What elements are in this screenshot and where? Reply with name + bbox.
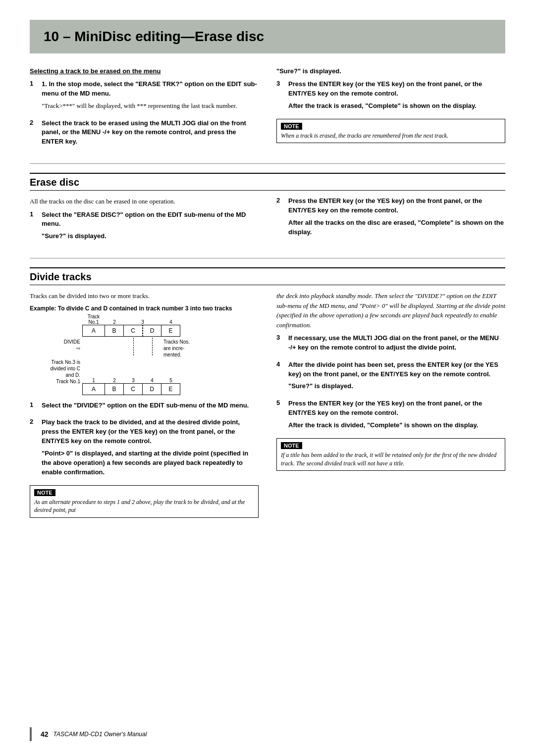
divide-step-num-1: 1 [30, 401, 38, 408]
divide-label-text: DIVIDE⇨ [64, 339, 80, 351]
diagram-top-headers: Track No.1 2 3 4 [30, 314, 259, 325]
erase-disc-title: Erase disc [30, 177, 505, 188]
col-right-select: "Sure?" is displayed. 3 Press the ENTER … [276, 67, 505, 154]
divider-2 [30, 258, 505, 258]
step-num-3: 3 [276, 80, 284, 87]
divide-step-5: 5 Press the ENTER key (or the YES key) o… [276, 399, 505, 433]
sure-displayed-1: "Sure?" is displayed. [276, 67, 505, 75]
step-1-content: 1. In the stop mode, select the "ERASE T… [42, 80, 259, 114]
cell-A1: A [82, 325, 105, 337]
divide-right-intro: the deck into playback standby mode. The… [276, 291, 505, 330]
step-2-select: 2 Select the track to be erased using th… [30, 119, 259, 150]
erase-step-1-content: Select the "ERASE DISC?" option on the E… [42, 210, 259, 245]
divide-tracks-section: Tracks can be divided into two or more t… [30, 291, 505, 523]
erase-step-num-2: 2 [276, 197, 284, 204]
ann-d [143, 338, 161, 355]
erase-step-2-normal: After all the tracks on the disc are era… [288, 218, 505, 237]
note-text-divide-1: As an alternate procedure to steps 1 and… [34, 498, 254, 515]
divide-step-num-3: 3 [276, 334, 284, 341]
step-1-normal: "Track>***" will be displayed, with *** … [42, 101, 259, 111]
note-label-divide-2: NOTE [281, 442, 302, 449]
erase-step-1: 1 Select the "ERASE DISC?" option on the… [30, 210, 259, 245]
divide-title: Divide tracks [30, 271, 505, 283]
erase-disc-section: All the tracks on the disc can be erased… [30, 197, 505, 249]
divide-step-5-bold: Press the ENTER key (or the YES key) on … [288, 399, 505, 418]
cell-D2: D [143, 383, 161, 395]
note-text-divide-2: If a title has been added to the track, … [281, 451, 501, 468]
divide-step-5-normal: After the track is divided, "Complete" i… [288, 421, 505, 430]
page: 10 – MiniDisc editing—Erase disc Selecti… [0, 0, 535, 756]
cell-D1: D [143, 325, 161, 337]
th-3: 3 [124, 319, 161, 325]
step-1-select: 1 1. In the stop mode, select the "ERASE… [30, 80, 259, 114]
bth-4: 4 [143, 378, 161, 383]
divide-step-5-content: Press the ENTER key (or the YES key) on … [288, 399, 505, 433]
erase-body: All the tracks on the disc can be erased… [30, 197, 259, 206]
diagram-annotation-row: DIVIDE⇨ Tracks Nos.are incre-mented. [30, 338, 259, 358]
bth-5: 5 [161, 378, 180, 383]
divide-step-4: 4 After the divide point has been set, p… [276, 360, 505, 395]
bth-3: 3 [124, 378, 143, 383]
th-no1: Track No.1 [82, 314, 105, 325]
divide-diagram: Example: To divide C and D contained in … [30, 305, 259, 395]
dashed-line-c [133, 338, 134, 355]
diagram-title-text: Example: To divide C and D contained in … [30, 305, 232, 312]
divide-step-3: 3 If necessary, use the MULTI JOG dial o… [276, 334, 505, 355]
divide-step-1: 1 Select the "DIVIDE?" option on the EDI… [30, 401, 259, 413]
tracks-nos-label: Tracks Nos.are incre-mented. [161, 338, 191, 358]
erase-col-left: All the tracks on the disc can be erased… [30, 197, 259, 249]
divide-col-right: the deck into playback standby mode. The… [276, 291, 505, 523]
divide-step-4-bold: After the divide point has been set, pre… [288, 360, 505, 379]
step-3-select: 3 Press the ENTER key (or the YES key) o… [276, 80, 505, 114]
erase-step-2: 2 Press the ENTER key (or the YES key) o… [276, 197, 505, 240]
divide-title-bar: Divide tracks [30, 267, 505, 285]
step-num-2: 2 [30, 119, 38, 126]
select-track-heading: Selecting a track to be erased on the me… [30, 67, 259, 75]
divide-step-1-bold: Select the "DIVIDE?" option on the EDIT … [42, 401, 259, 410]
note-box-1: NOTE When a track is erased, the tracks … [276, 119, 505, 144]
erase-col-right: 2 Press the ENTER key (or the YES key) o… [276, 197, 505, 249]
bth-2: 2 [105, 378, 124, 383]
divide-body: Tracks can be divided into two or more t… [30, 291, 259, 301]
col-left-select: Selecting a track to be erased on the me… [30, 67, 259, 154]
footer-manual-text: TASCAM MD-CD1 Owner's Manual [54, 731, 147, 738]
divide-step-num-4: 4 [276, 360, 284, 368]
divide-step-1-content: Select the "DIVIDE?" option on the EDIT … [42, 401, 259, 413]
erase-step-2-content: Press the ENTER key (or the YES key) on … [288, 197, 505, 240]
step-2-bold: Select the track to be erased using the … [42, 119, 259, 147]
cell-A2: A [82, 383, 105, 395]
cell-E1: E [161, 325, 180, 337]
chapter-title: 10 – MiniDisc editing—Erase disc [44, 29, 264, 44]
note-label-divide-1: NOTE [34, 489, 55, 496]
side-label-divide: Track No.3 isdivided into Cand D.Track N… [30, 359, 82, 385]
step-num-1: 1 [30, 80, 38, 87]
divide-step-2-bold: Play back the track to be divided, and a… [42, 418, 259, 446]
divide-step-num-2: 2 [30, 418, 38, 425]
divide-col-left: Tracks can be divided into two or more t… [30, 291, 259, 523]
cell-E2: E [161, 383, 180, 395]
th-4: 4 [161, 319, 180, 325]
footer-bar [30, 727, 32, 741]
erase-step-num-1: 1 [30, 210, 38, 218]
erase-disc-title-bar: Erase disc [30, 173, 505, 191]
diagram-divide-label: DIVIDE⇨ [30, 338, 82, 352]
diagram-bottom-row: A B C D E [30, 383, 259, 395]
chapter-header: 10 – MiniDisc editing—Erase disc [30, 20, 505, 53]
note-text-1: When a track is erased, the tracks are r… [281, 132, 501, 140]
note-label-1: NOTE [281, 123, 302, 130]
erase-step-2-bold: Press the ENTER key (or the YES key) on … [288, 197, 505, 215]
divide-step-3-bold: If necessary, use the MULTI JOG dial on … [288, 334, 505, 353]
cell-B1: B [105, 325, 124, 337]
page-footer: 42 TASCAM MD-CD1 Owner's Manual [30, 727, 505, 741]
step-1-bold: 1. In the stop mode, select the "ERASE T… [42, 80, 259, 99]
diagram-title: Example: To divide C and D contained in … [30, 305, 259, 312]
step-3-content: Press the ENTER key (or the YES key) on … [288, 80, 505, 114]
note-box-divide-1: NOTE As an alternate procedure to steps … [30, 485, 259, 518]
th-2: 2 [105, 319, 124, 325]
erase-step-1-bold: Select the "ERASE DISC?" option on the E… [42, 210, 259, 229]
cell-C2: C [124, 383, 143, 395]
divide-step-3-content: If necessary, use the MULTI JOG dial on … [288, 334, 505, 355]
divide-step-4-content: After the divide point has been set, pre… [288, 360, 505, 395]
dashed-line-d [152, 338, 153, 355]
divide-step-4-normal: "Sure?" is displayed. [288, 382, 505, 391]
